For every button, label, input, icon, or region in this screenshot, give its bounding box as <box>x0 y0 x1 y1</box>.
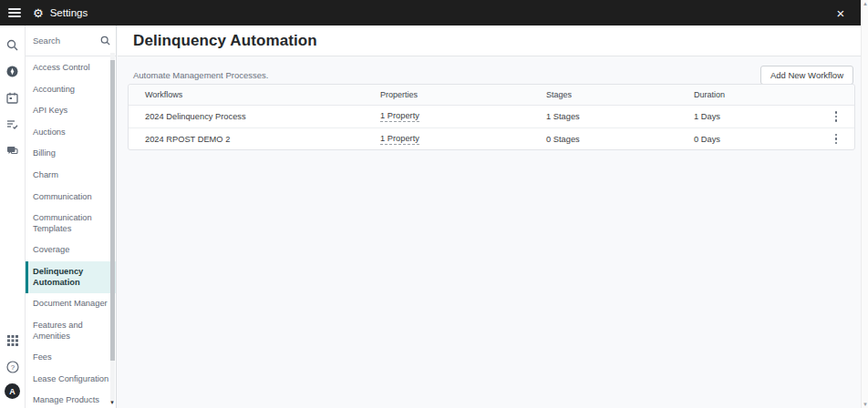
app-title: Settings <box>50 7 88 18</box>
help-icon[interactable]: ? <box>5 360 20 374</box>
sidebar-item-communication-templates[interactable]: Communication Templates <box>26 208 116 240</box>
sidebar-item-manage-products[interactable]: Manage Products <box>26 390 116 408</box>
topbar: ⚙ Settings × <box>0 0 861 26</box>
sidebar-item-api-keys[interactable]: API Keys <box>26 100 116 122</box>
sidebar-item-auctions[interactable]: Auctions <box>26 122 116 144</box>
settings-sidebar: Access Control Accounting API Keys Aucti… <box>26 26 117 408</box>
sidebar-scroll-down-arrow[interactable]: ▾ <box>108 399 116 406</box>
duration-value: 1 Days <box>694 112 822 121</box>
table-row: 2024 Delinquency Process 1 Property 1 St… <box>129 106 854 128</box>
column-header-workflows: Workflows <box>145 90 380 99</box>
add-new-workflow-button[interactable]: Add New Workflow <box>760 66 853 85</box>
chat-icon[interactable] <box>5 143 20 158</box>
row-menu-kebab-icon[interactable] <box>832 131 841 148</box>
workflow-name: 2024 Delinquency Process <box>145 112 380 121</box>
properties-link[interactable]: 1 Property <box>380 111 419 122</box>
workflows-table: Workflows Properties Stages Duration 202… <box>128 84 855 150</box>
table-header-row: Workflows Properties Stages Duration <box>129 85 854 106</box>
subtitle-row: Automate Management Processes. Add New W… <box>118 56 861 85</box>
sidebar-item-document-manager[interactable]: Document Manager <box>26 293 116 315</box>
sidebar-item-delinquency-automation[interactable]: Delinquency Automation <box>26 261 116 293</box>
hamburger-menu-icon[interactable] <box>8 8 21 17</box>
sidebar-item-coverage[interactable]: Coverage <box>26 240 116 261</box>
table-row: 2024 RPOST DEMO 2 1 Property 0 Stages 0 … <box>129 128 854 149</box>
stages-value: 0 Stages <box>546 135 694 144</box>
page-subtitle: Automate Management Processes. <box>133 70 268 80</box>
sidebar-list: Access Control Accounting API Keys Aucti… <box>26 57 116 408</box>
column-header-duration: Duration <box>694 90 822 99</box>
sidebar-item-fees[interactable]: Fees <box>26 347 116 369</box>
compass-icon[interactable] <box>5 64 20 78</box>
apps-grid-icon[interactable] <box>5 333 20 348</box>
sidebar-item-communication[interactable]: Communication <box>26 187 116 209</box>
avatar[interactable]: A <box>5 383 20 399</box>
icon-rail: ? A <box>0 26 26 408</box>
column-header-stages: Stages <box>546 90 694 99</box>
sidebar-item-billing[interactable]: Billing <box>26 143 116 165</box>
svg-text:?: ? <box>10 363 15 372</box>
sidebar-item-features-and-amenities[interactable]: Features and Amenities <box>26 315 116 347</box>
gear-icon: ⚙ <box>33 7 44 19</box>
stages-value: 1 Stages <box>546 112 694 121</box>
page-scrollbar[interactable]: ▲ ▼ <box>861 0 868 408</box>
workflow-name: 2024 RPOST DEMO 2 <box>145 135 380 144</box>
calendar-icon[interactable] <box>5 90 20 105</box>
column-header-properties: Properties <box>380 90 546 99</box>
row-menu-kebab-icon[interactable] <box>832 108 841 125</box>
scroll-down-arrow[interactable]: ▼ <box>862 402 868 407</box>
properties-link[interactable]: 1 Property <box>380 134 419 145</box>
close-icon[interactable]: × <box>832 0 850 26</box>
search-icon[interactable] <box>5 37 20 52</box>
sidebar-item-accounting[interactable]: Accounting <box>26 79 116 101</box>
page-title: Delinquency Automation <box>133 32 317 50</box>
scroll-up-arrow[interactable]: ▲ <box>862 1 868 6</box>
duration-value: 0 Days <box>694 135 822 144</box>
sidebar-item-charm[interactable]: Charm <box>26 165 116 187</box>
sidebar-item-access-control[interactable]: Access Control <box>26 57 116 79</box>
page-title-bar: Delinquency Automation <box>118 26 861 56</box>
tasks-icon[interactable] <box>5 117 20 131</box>
search-input[interactable] <box>33 36 97 46</box>
main-content: Delinquency Automation Automate Manageme… <box>118 26 861 408</box>
sidebar-scrollbar-thumb[interactable] <box>110 60 115 361</box>
sidebar-item-lease-configuration[interactable]: Lease Configuration <box>26 369 116 391</box>
search-icon[interactable] <box>100 36 110 46</box>
sidebar-search[interactable] <box>26 26 116 56</box>
